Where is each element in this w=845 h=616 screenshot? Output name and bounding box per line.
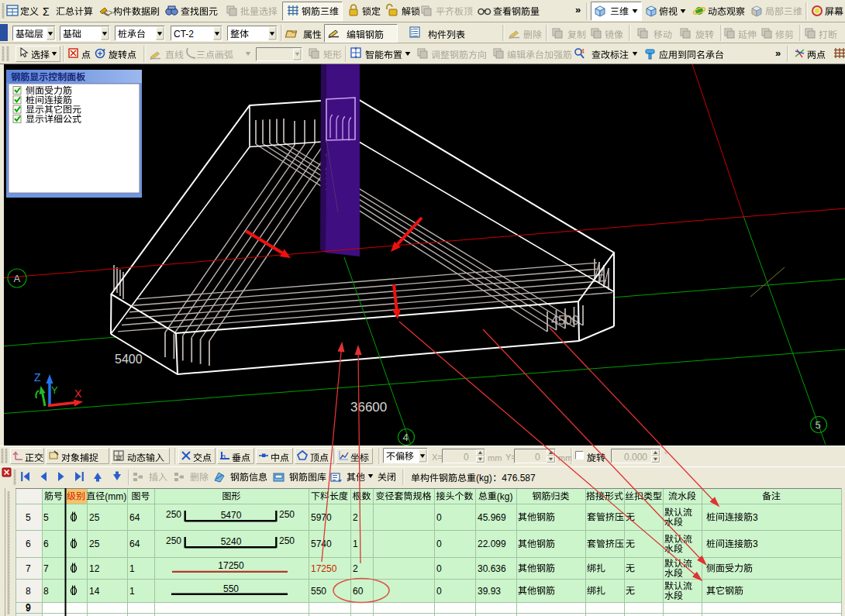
svg-text:17250: 17250	[311, 563, 337, 574]
svg-text:Z: Z	[34, 371, 41, 384]
svg-text:0: 0	[436, 512, 442, 523]
svg-text:6: 6	[26, 539, 31, 549]
svg-text:mm: mm	[558, 453, 572, 463]
svg-text:36600: 36600	[350, 400, 387, 415]
svg-text:17250: 17250	[218, 560, 244, 571]
svg-text:8: 8	[26, 586, 31, 597]
svg-text:8: 8	[43, 586, 49, 597]
svg-text:5240: 5240	[221, 536, 242, 547]
svg-text:22.099: 22.099	[478, 539, 506, 549]
svg-text:5470: 5470	[221, 510, 242, 521]
svg-text:0: 0	[464, 452, 469, 463]
svg-text:0: 0	[436, 586, 442, 597]
svg-text:25: 25	[89, 512, 100, 523]
svg-text:550: 550	[311, 586, 326, 597]
svg-text:5: 5	[26, 512, 31, 523]
svg-text:2: 2	[353, 512, 358, 523]
svg-text:CT-2: CT-2	[174, 29, 194, 40]
svg-text:30.636: 30.636	[478, 563, 506, 574]
svg-text:6: 6	[43, 539, 49, 549]
svg-text:1: 1	[129, 563, 135, 574]
svg-text:X: X	[74, 387, 82, 400]
svg-text:(kg): (kg)	[497, 491, 513, 502]
svg-text:45.969: 45.969	[478, 512, 506, 523]
svg-text:3: 3	[753, 539, 758, 549]
svg-text:(mm): (mm)	[105, 491, 126, 502]
svg-text:12: 12	[116, 456, 122, 461]
svg-text:7: 7	[26, 563, 31, 574]
svg-text:1: 1	[129, 586, 135, 597]
svg-text:4: 4	[581, 47, 585, 55]
svg-text:250: 250	[279, 509, 295, 520]
svg-text:»: »	[575, 4, 581, 15]
svg-text:4500: 4500	[551, 314, 579, 327]
svg-text:250: 250	[166, 509, 181, 520]
svg-text:5: 5	[816, 419, 821, 431]
svg-text:(kg): (kg)	[476, 473, 492, 484]
svg-text:mm: mm	[488, 453, 502, 463]
svg-text:0: 0	[535, 452, 540, 463]
svg-text:5740: 5740	[311, 539, 332, 549]
svg-text:5: 5	[43, 512, 49, 523]
svg-text:4: 4	[403, 432, 409, 443]
svg-text:60: 60	[353, 586, 364, 597]
svg-text:9: 9	[26, 602, 31, 613]
svg-text:5970: 5970	[311, 512, 332, 523]
svg-text:5400: 5400	[115, 353, 143, 366]
svg-text:<>: <>	[104, 9, 113, 17]
svg-text:476.587: 476.587	[502, 473, 536, 484]
svg-text:550: 550	[223, 583, 239, 594]
svg-text:250: 250	[166, 535, 181, 546]
svg-text:64: 64	[129, 512, 140, 523]
svg-text:X=: X=	[432, 453, 443, 462]
svg-text:12: 12	[89, 563, 100, 574]
svg-text:0.000: 0.000	[624, 452, 647, 463]
svg-text:1: 1	[353, 539, 358, 549]
svg-text:0: 0	[436, 563, 442, 574]
svg-text:250: 250	[279, 535, 295, 546]
svg-text:A: A	[14, 273, 21, 284]
svg-text:25: 25	[89, 539, 100, 549]
svg-text:Σ: Σ	[43, 5, 50, 18]
svg-text:2: 2	[353, 563, 358, 574]
svg-text:39.93: 39.93	[478, 586, 501, 597]
svg-text:14: 14	[89, 586, 100, 597]
svg-text:»: »	[775, 47, 781, 59]
svg-text:64: 64	[129, 539, 140, 549]
svg-text:3: 3	[753, 512, 758, 523]
svg-text:7: 7	[43, 563, 49, 574]
svg-text:0: 0	[436, 539, 442, 549]
svg-text:Y: Y	[51, 384, 58, 396]
